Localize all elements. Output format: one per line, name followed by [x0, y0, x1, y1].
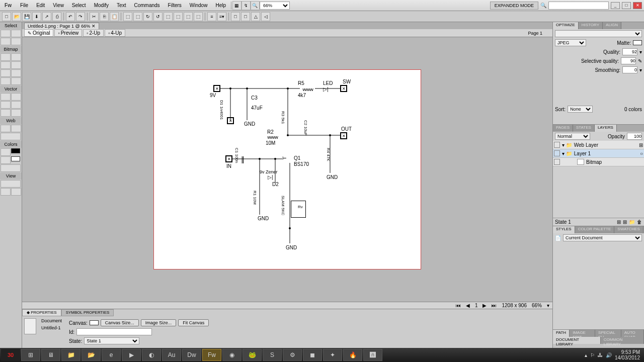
brush-tool[interactable]: [11, 61, 21, 69]
opacity-input[interactable]: [627, 133, 642, 140]
layer-web[interactable]: ▾ 📁 Web Layer ⊞: [553, 141, 644, 149]
scale-tool[interactable]: [11, 38, 21, 45]
tab-document-library[interactable]: DOCUMENT LIBRARY: [553, 337, 601, 344]
redo-icon[interactable]: ↷: [76, 12, 85, 21]
align-icon[interactable]: ≡▾: [217, 12, 226, 21]
tool-icon[interactable]: ↺: [153, 12, 163, 21]
tab-auto-shape[interactable]: AUTO SHAP: [621, 330, 644, 337]
menu-file[interactable]: File: [16, 3, 32, 8]
tab-pages[interactable]: PAGES: [553, 125, 573, 132]
sel-quality-input[interactable]: [621, 57, 636, 64]
visibility-icon[interactable]: [554, 159, 560, 165]
subselect-tool[interactable]: [11, 30, 21, 37]
smoothing-input[interactable]: [622, 66, 637, 73]
pencil-tool[interactable]: [1, 69, 11, 77]
task-app3[interactable]: 🐸: [243, 349, 262, 361]
layer-bitmap[interactable]: Bitmap: [553, 158, 644, 166]
task-folder2[interactable]: 📂: [82, 349, 101, 361]
eraser-tool[interactable]: [11, 69, 21, 77]
format-select[interactable]: JPEG: [555, 39, 586, 46]
maximize-button[interactable]: □: [622, 2, 631, 9]
view-2up[interactable]: ▫2-Up: [83, 29, 104, 37]
fill-color[interactable]: [1, 156, 11, 164]
task-app6[interactable]: ✦: [323, 349, 342, 361]
tab-path[interactable]: PATH: [553, 330, 570, 337]
visibility-icon[interactable]: [554, 150, 560, 156]
state-select[interactable]: State 1: [84, 337, 139, 344]
tab-symbol-properties[interactable]: SYMBOL PROPERTIES: [61, 309, 114, 316]
chevron-down-icon[interactable]: ▾: [639, 67, 642, 73]
task-media[interactable]: ▶: [122, 349, 141, 361]
tool-icon[interactable]: ⬚: [133, 12, 142, 21]
preset-select[interactable]: [555, 30, 642, 37]
tool-icon[interactable]: ◁: [261, 12, 270, 21]
align-icon[interactable]: ≡: [207, 12, 216, 21]
stroke-swatch[interactable]: [11, 148, 20, 153]
tool-icon[interactable]: ⬚: [184, 12, 193, 21]
pointer-tool[interactable]: [1, 30, 11, 37]
close-button[interactable]: ✕: [633, 2, 642, 9]
undo-icon[interactable]: ↶: [66, 12, 75, 21]
task-audition[interactable]: Au: [162, 349, 181, 361]
text-tool[interactable]: [11, 101, 21, 109]
tab-align[interactable]: ALIGN: [603, 22, 621, 29]
tab-swatches[interactable]: SWATCHES: [614, 226, 643, 233]
tab-common-library[interactable]: COMMON LIBRARY: [601, 337, 644, 344]
rect-tool[interactable]: [1, 101, 11, 109]
knife-tool[interactable]: [11, 109, 21, 117]
line-tool[interactable]: [1, 93, 11, 101]
hand-tool[interactable]: [1, 188, 11, 196]
fit-canvas-button[interactable]: Fit Canvas: [178, 319, 209, 326]
task-blender[interactable]: 🔥: [343, 349, 362, 361]
tool-icon[interactable]: ⬚: [123, 12, 132, 21]
canvas[interactable]: R5 ᴡᴡᴡ 4k7 LED ▷| SW 9V C3 47uF D1 1n400…: [22, 37, 552, 302]
wand-tool[interactable]: [1, 61, 11, 69]
minimize-button[interactable]: _: [611, 2, 620, 9]
new-sublayer-icon[interactable]: ⊞: [617, 219, 621, 225]
freeform-tool[interactable]: [1, 109, 11, 117]
hide-slices-tool[interactable]: [1, 133, 21, 140]
print-icon[interactable]: ⎙: [52, 12, 61, 21]
tool-icon[interactable]: ↯: [242, 1, 251, 10]
chevron-down-icon[interactable]: ▾: [639, 49, 642, 55]
hotspot-tool[interactable]: [1, 125, 11, 132]
image-size-button[interactable]: Image Size...: [141, 319, 177, 326]
system-tray[interactable]: ▴ ⚐ 🖧 🔊 9:53 PM 14/03/2012: [585, 349, 643, 360]
blur-tool[interactable]: [1, 77, 11, 85]
sort-select[interactable]: None: [568, 106, 593, 113]
id-input[interactable]: [76, 328, 152, 335]
task-folder1[interactable]: 📁: [61, 349, 80, 361]
view-4up[interactable]: ▫4-Up: [105, 29, 125, 37]
tab-styles[interactable]: STYLES: [553, 226, 575, 233]
stroke-color[interactable]: [1, 148, 11, 156]
tab-states[interactable]: STATES: [573, 125, 595, 132]
quality-input[interactable]: [622, 48, 637, 55]
menu-modify[interactable]: Modify: [90, 3, 113, 8]
task-ie[interactable]: e: [102, 349, 121, 361]
nav-last-icon[interactable]: ⏭: [492, 303, 497, 308]
canvas-color-swatch[interactable]: [90, 320, 99, 325]
new-layer-icon[interactable]: ⊞: [623, 219, 627, 225]
layer-1[interactable]: ▾ 📁 Layer 1 ○: [553, 149, 644, 158]
tool-icon[interactable]: △: [251, 12, 260, 21]
zoom-select[interactable]: 66%: [260, 2, 290, 10]
tab-image-editing[interactable]: IMAGE EDIT…: [570, 330, 595, 337]
pen-tool[interactable]: [11, 93, 21, 101]
tool-icon[interactable]: ↻: [143, 12, 152, 21]
tab-layers[interactable]: LAYERS: [595, 125, 617, 132]
start-button[interactable]: 30: [1, 349, 20, 361]
task-steam[interactable]: S: [263, 349, 282, 361]
view-original[interactable]: ✎Original: [24, 29, 53, 37]
task-fireworks[interactable]: Fw: [202, 349, 221, 361]
zoom-tool[interactable]: [11, 188, 21, 196]
export-icon[interactable]: ↗: [42, 12, 51, 21]
task-app4[interactable]: ⚙: [283, 349, 302, 361]
document-tab[interactable]: Untitled-1.png : Page 1 @ 66% ✕: [24, 23, 99, 29]
search-icon[interactable]: 🔍: [251, 1, 260, 10]
nav-first-icon[interactable]: ⏮: [456, 303, 461, 308]
menu-commands[interactable]: Commands: [130, 3, 164, 8]
workspace-mode[interactable]: EXPANDED MODE: [490, 2, 538, 10]
schematic-image[interactable]: R5 ᴡᴡᴡ 4k7 LED ▷| SW 9V C3 47uF D1 1n400…: [153, 69, 421, 269]
tab-properties[interactable]: ◆ PROPERTIES: [22, 309, 61, 316]
tray-sound-icon[interactable]: 🔊: [606, 352, 612, 358]
